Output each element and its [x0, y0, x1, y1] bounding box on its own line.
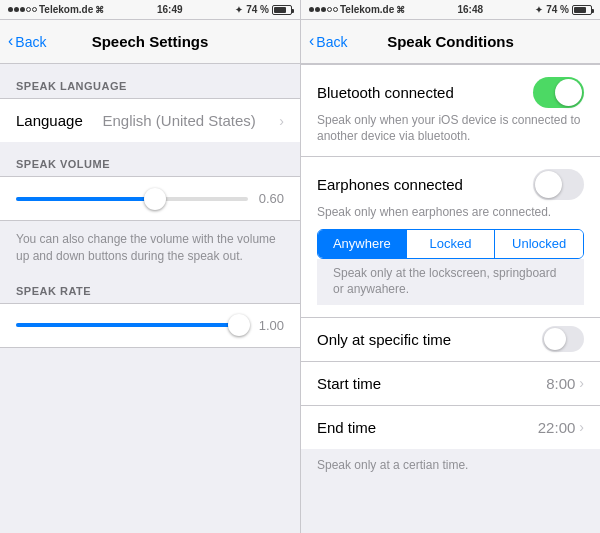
- end-time-label: End time: [317, 419, 538, 436]
- battery-fill-right: [574, 7, 586, 13]
- segment-wrapper: Anywhere Locked Unlocked Speak only at t…: [317, 229, 584, 305]
- wifi-icon-right: ⌘: [396, 5, 405, 15]
- left-panel: Telekom.de ⌘ 16:49 ✦ 74 % ‹ Back Speech …: [0, 0, 300, 533]
- start-time-chevron: ›: [579, 375, 584, 391]
- dot2: [14, 7, 19, 12]
- battery-bar-left: [272, 5, 292, 15]
- time-left: 16:49: [157, 4, 183, 15]
- segment-locked[interactable]: Locked: [407, 230, 496, 258]
- segment-unlocked[interactable]: Unlocked: [495, 230, 583, 258]
- dot5: [32, 7, 37, 12]
- back-button-left[interactable]: ‹ Back: [8, 34, 46, 50]
- segment-control: Anywhere Locked Unlocked: [317, 229, 584, 259]
- volume-slider-section: 0.60: [0, 176, 300, 221]
- bluetooth-icon-left: ✦: [235, 5, 243, 15]
- battery-bar-right: [572, 5, 592, 15]
- specific-time-toggle[interactable]: [542, 326, 584, 352]
- start-time-label: Start time: [317, 375, 546, 392]
- signal-dots-right: [309, 7, 338, 12]
- bluetooth-row: Bluetooth connected: [317, 77, 584, 108]
- rate-track[interactable]: [16, 323, 248, 327]
- rdot4: [327, 7, 332, 12]
- status-left: Telekom.de ⌘: [8, 4, 104, 15]
- carrier-left: Telekom.de: [39, 4, 93, 15]
- volume-value: 0.60: [256, 191, 284, 206]
- nav-title-left: Speech Settings: [92, 33, 209, 50]
- specific-time-row: Only at specific time: [301, 317, 600, 361]
- status-left-right: Telekom.de ⌘: [309, 4, 405, 15]
- dot3: [20, 7, 25, 12]
- status-bar-left: Telekom.de ⌘ 16:49 ✦ 74 %: [0, 0, 300, 20]
- status-right-left: ✦ 74 %: [235, 4, 292, 15]
- battery-fill-left: [274, 7, 286, 13]
- bluetooth-toggle-knob: [555, 79, 582, 106]
- end-time-chevron: ›: [579, 419, 584, 435]
- volume-note: You can also change the volume with the …: [0, 221, 300, 269]
- specific-time-label: Only at specific time: [317, 331, 542, 348]
- bluetooth-desc: Speak only when your iOS device is conne…: [317, 112, 584, 144]
- nav-title-right: Speak Conditions: [387, 33, 514, 50]
- bluetooth-toggle[interactable]: [533, 77, 584, 108]
- bluetooth-label: Bluetooth connected: [317, 84, 454, 101]
- earphones-item: Earphones connected Speak only when earp…: [301, 156, 600, 317]
- wifi-icon-left: ⌘: [95, 5, 104, 15]
- volume-track[interactable]: [16, 197, 248, 201]
- rate-fill: [16, 323, 239, 327]
- bottom-note: Speak only at a certian time.: [301, 449, 600, 482]
- language-value: English (United States): [102, 112, 275, 129]
- dot1: [8, 7, 13, 12]
- volume-fill: [16, 197, 155, 201]
- earphones-toggle-knob: [535, 171, 562, 198]
- speak-rate-header: SPEAK RATE: [0, 269, 300, 303]
- battery-text-right: 74 %: [546, 4, 569, 15]
- nav-bar-right: ‹ Back Speak Conditions: [301, 20, 600, 64]
- rate-thumb[interactable]: [228, 314, 250, 336]
- start-time-row[interactable]: Start time 8:00 ›: [301, 361, 600, 405]
- back-chevron-right: ‹: [309, 33, 314, 49]
- back-chevron-left: ‹: [8, 33, 13, 49]
- bluetooth-icon-right: ✦: [535, 5, 543, 15]
- language-label: Language: [16, 112, 102, 129]
- back-label-right: Back: [316, 34, 347, 50]
- end-time-row[interactable]: End time 22:00 ›: [301, 405, 600, 449]
- status-bar-right: Telekom.de ⌘ 16:48 ✦ 74 %: [301, 0, 600, 20]
- earphones-label: Earphones connected: [317, 176, 463, 193]
- rate-value: 1.00: [256, 318, 284, 333]
- rdot2: [315, 7, 320, 12]
- language-chevron: ›: [279, 113, 284, 129]
- signal-dots: [8, 7, 37, 12]
- bluetooth-item: Bluetooth connected Speak only when your…: [301, 64, 600, 156]
- right-panel: Telekom.de ⌘ 16:48 ✦ 74 % ‹ Back Speak C…: [300, 0, 600, 533]
- end-time-value: 22:00: [538, 419, 576, 436]
- volume-slider-row: 0.60: [16, 191, 284, 206]
- earphones-desc: Speak only when earphones are connected.: [317, 204, 584, 220]
- nav-bar-left: ‹ Back Speech Settings: [0, 20, 300, 64]
- specific-time-knob: [544, 328, 566, 350]
- time-right: 16:48: [457, 4, 483, 15]
- volume-thumb[interactable]: [144, 188, 166, 210]
- carrier-right: Telekom.de: [340, 4, 394, 15]
- dot4: [26, 7, 31, 12]
- earphones-toggle[interactable]: [533, 169, 584, 200]
- rdot5: [333, 7, 338, 12]
- speak-volume-header: SPEAK VOLUME: [0, 142, 300, 176]
- rdot1: [309, 7, 314, 12]
- rdot3: [321, 7, 326, 12]
- status-right-right: ✦ 74 %: [535, 4, 592, 15]
- speak-language-header: SPEAK LANGUAGE: [0, 64, 300, 98]
- language-row[interactable]: Language English (United States) ›: [0, 98, 300, 142]
- back-label-left: Back: [15, 34, 46, 50]
- start-time-value: 8:00: [546, 375, 575, 392]
- segment-anywhere[interactable]: Anywhere: [318, 230, 407, 258]
- segment-note: Speak only at the lockscreen, springboar…: [317, 259, 584, 305]
- rate-slider-row: 1.00: [16, 318, 284, 333]
- battery-text-left: 74 %: [246, 4, 269, 15]
- earphones-row: Earphones connected: [317, 169, 584, 200]
- rate-slider-section: 1.00: [0, 303, 300, 348]
- back-button-right[interactable]: ‹ Back: [309, 34, 347, 50]
